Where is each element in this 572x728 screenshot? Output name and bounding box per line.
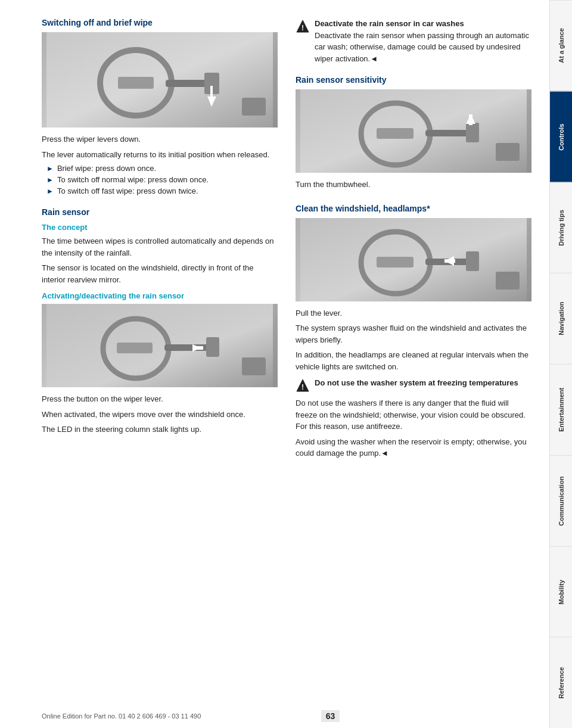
sidebar: At a glance Controls Driving tips Naviga… — [549, 0, 572, 728]
sidebar-item-driving-tips[interactable]: Driving tips — [550, 182, 572, 273]
sidebar-item-entertainment[interactable]: Entertainment — [550, 364, 572, 455]
clean-desc1: Pull the lever. — [296, 307, 531, 319]
bullet-3: ► To switch off fast wipe: press down tw… — [42, 186, 278, 195]
sidebar-item-mobility[interactable]: Mobility — [550, 546, 572, 637]
page-number: 63 — [321, 710, 340, 722]
warning-icon-1: ! — [296, 19, 310, 33]
svg-rect-9 — [46, 304, 273, 387]
subsection-concept: The concept — [42, 223, 278, 232]
sidebar-item-at-a-glance[interactable]: At a glance — [550, 0, 572, 91]
sidebar-item-controls[interactable]: Controls — [550, 91, 572, 182]
bullet-1: ► Brief wipe: press down once. — [42, 164, 278, 173]
section2-title: Rain sensor — [42, 207, 278, 217]
svg-rect-13 — [206, 337, 219, 357]
footer-text: Online Edition for Part no. 01 40 2 606 … — [42, 713, 201, 720]
sidebar-item-communication[interactable]: Communication — [550, 455, 572, 546]
image-rain-sensitivity — [296, 89, 531, 173]
bullet-arrow-3: ► — [46, 187, 54, 195]
section1-title: Switching off and brief wipe — [42, 18, 278, 27]
clean-desc2: The system sprays washer fluid on the wi… — [296, 322, 531, 346]
warning-car-wash: ! Deactivate the rain sensor in car wash… — [296, 18, 531, 64]
sidebar-item-navigation[interactable]: Navigation — [550, 273, 572, 364]
svg-rect-1 — [46, 32, 273, 127]
svg-text:!: ! — [301, 383, 304, 391]
svg-rect-21 — [377, 128, 414, 139]
bullet-2: ► To switch off normal wipe: press down … — [42, 175, 278, 184]
svg-rect-23 — [466, 123, 479, 142]
svg-text:!: ! — [301, 24, 304, 32]
section-clean-windshield: Clean the windshield, headlamps* — [296, 204, 531, 459]
section1-desc1: Press the wiper levers down. — [42, 133, 278, 145]
section1-desc2: The lever automatically returns to its i… — [42, 149, 278, 161]
warning-carwash-title: Deactivate the rain sensor in car washes — [315, 18, 531, 30]
image-wiper-switch — [42, 32, 278, 127]
page-footer: Online Edition for Part no. 01 40 2 606 … — [0, 710, 549, 722]
activate-desc3: The LED in the steering column stalk lig… — [42, 424, 278, 435]
section-switching-off: Switching off and brief wipe — [42, 18, 278, 195]
warning-icon-2: ! — [296, 378, 310, 393]
sensitivity-desc: Turn the thumbwheel. — [296, 179, 531, 191]
warning-carwash-desc: Deactivate the rain sensor when passing … — [315, 30, 531, 65]
svg-rect-15 — [192, 346, 203, 350]
svg-rect-29 — [377, 257, 414, 267]
clean-windshield-title: Clean the windshield, headlamps* — [296, 204, 531, 213]
svg-rect-33 — [444, 259, 455, 263]
warning-freezing: ! Do not use the washer system at freezi… — [296, 377, 531, 393]
image-rain-sensor-activate — [42, 304, 278, 387]
warning-freezing-title: Do not use the washer system at freezing… — [315, 377, 518, 389]
activate-desc2: When activated, the wipers move over the… — [42, 409, 278, 421]
image-clean-windshield — [296, 218, 531, 301]
svg-rect-3 — [118, 77, 154, 89]
rain-sensitivity-title: Rain sensor sensitivity — [296, 75, 531, 85]
sidebar-item-reference[interactable]: Reference — [550, 637, 572, 728]
section-rain-sensitivity: Rain sensor sensitivity — [296, 75, 531, 191]
concept-desc2: The sensor is located on the windshield,… — [42, 262, 278, 285]
section-rain-sensor: Rain sensor The concept The time between… — [42, 207, 278, 435]
subsection-activating: Activating/deactivating the rain sensor — [42, 291, 278, 300]
svg-rect-25 — [469, 114, 472, 125]
bullet-arrow-2: ► — [46, 176, 54, 184]
concept-desc1: The time between wipes is controlled aut… — [42, 235, 278, 259]
freezing-desc: Do not use the washers if there is any d… — [296, 397, 531, 433]
svg-rect-31 — [466, 251, 479, 271]
clean-desc3: In addition, the headlamps are cleaned a… — [296, 349, 531, 372]
reservoir-desc: Avoid using the washer when the reservoi… — [296, 436, 531, 459]
bullet-arrow-1: ► — [46, 164, 54, 173]
svg-rect-7 — [210, 86, 213, 97]
activate-desc1: Press the button on the wiper lever. — [42, 393, 278, 405]
svg-rect-11 — [117, 343, 153, 353]
